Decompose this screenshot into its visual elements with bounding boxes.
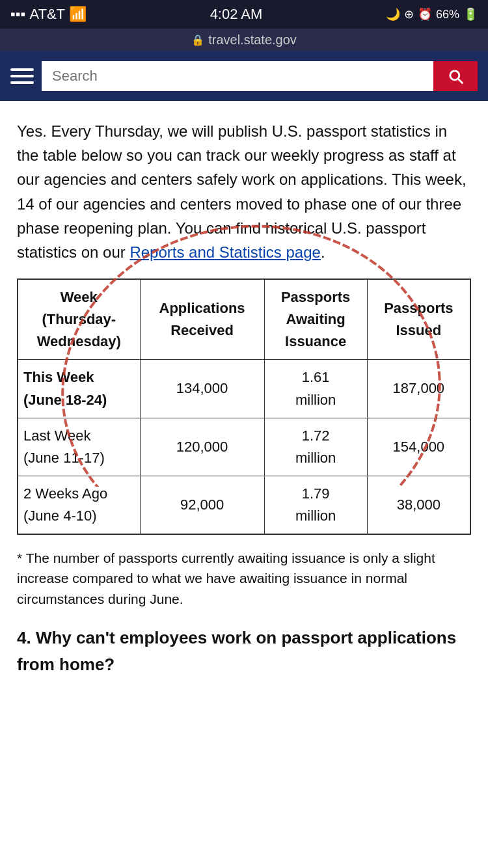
applications-cell: 92,000 (140, 476, 264, 534)
nav-bar (0, 51, 488, 101)
menu-button[interactable] (10, 68, 34, 84)
statistics-table-wrapper: Week(Thursday-Wednesday) ApplicationsRec… (17, 278, 471, 535)
search-button[interactable] (433, 61, 478, 91)
issued-cell: 38,000 (367, 476, 470, 534)
hamburger-line-1 (10, 68, 34, 71)
footnote-text: * The number of passports currently awai… (17, 550, 435, 606)
carrier-label: AT&T (29, 6, 65, 23)
section-heading: 4. Why can't employees work on passport … (17, 625, 471, 677)
week-cell: This Week(June 18-24) (18, 360, 140, 418)
intro-paragraph: Yes. Every Thursday, we will publish U.S… (17, 119, 471, 264)
hamburger-line-2 (10, 75, 34, 77)
table-header-row: Week(Thursday-Wednesday) ApplicationsRec… (18, 279, 470, 360)
table-row: 2 Weeks Ago(June 4-10) 92,000 1.79millio… (18, 476, 470, 534)
url-text: travel.state.gov (208, 33, 297, 47)
week-cell: Last Week(June 11-17) (18, 418, 140, 476)
url-bar: 🔒 travel.state.gov (0, 29, 488, 51)
battery-icon: 🔋 (463, 7, 478, 21)
table-row: This Week(June 18-24) 134,000 1.61millio… (18, 360, 470, 418)
battery-label: 66% (436, 8, 459, 21)
applications-cell: 134,000 (140, 360, 264, 418)
col-awaiting: PassportsAwaitingIssuance (264, 279, 367, 360)
applications-cell: 120,000 (140, 418, 264, 476)
alarm-icon: ⏰ (418, 7, 432, 21)
awaiting-cell: 1.61million (264, 360, 367, 418)
search-input[interactable] (42, 61, 433, 91)
footnote: * The number of passports currently awai… (17, 548, 471, 610)
col-applications: ApplicationsReceived (140, 279, 264, 360)
hamburger-line-3 (10, 81, 34, 84)
main-content: Yes. Every Thursday, we will publish U.S… (0, 101, 488, 690)
reports-link[interactable]: Reports and Statistics page (129, 243, 321, 261)
awaiting-cell: 1.72million (264, 418, 367, 476)
location-icon: ⊕ (404, 7, 414, 21)
status-bar: ▪▪▪ AT&T 📶 4:02 AM 🌙 ⊕ ⏰ 66% 🔋 (0, 0, 488, 29)
status-left: ▪▪▪ AT&T 📶 (10, 6, 87, 23)
table-row: Last Week(June 11-17) 120,000 1.72millio… (18, 418, 470, 476)
passport-statistics-table: Week(Thursday-Wednesday) ApplicationsRec… (17, 278, 471, 535)
signal-icon: ▪▪▪ (10, 6, 25, 23)
status-right: 🌙 ⊕ ⏰ 66% 🔋 (386, 7, 478, 21)
col-issued: PassportsIssued (367, 279, 470, 360)
search-container (42, 61, 478, 91)
moon-icon: 🌙 (386, 7, 400, 21)
search-icon (446, 67, 465, 85)
week-cell: 2 Weeks Ago(June 4-10) (18, 476, 140, 534)
issued-cell: 187,000 (367, 360, 470, 418)
col-week: Week(Thursday-Wednesday) (18, 279, 140, 360)
time-display: 4:02 AM (210, 6, 263, 23)
issued-cell: 154,000 (367, 418, 470, 476)
intro-text-suffix: . (321, 243, 325, 261)
lock-icon: 🔒 (191, 34, 204, 46)
wifi-icon: 📶 (69, 6, 87, 23)
awaiting-cell: 1.79million (264, 476, 367, 534)
intro-text-main: Yes. Every Thursday, we will publish U.S… (17, 122, 467, 261)
